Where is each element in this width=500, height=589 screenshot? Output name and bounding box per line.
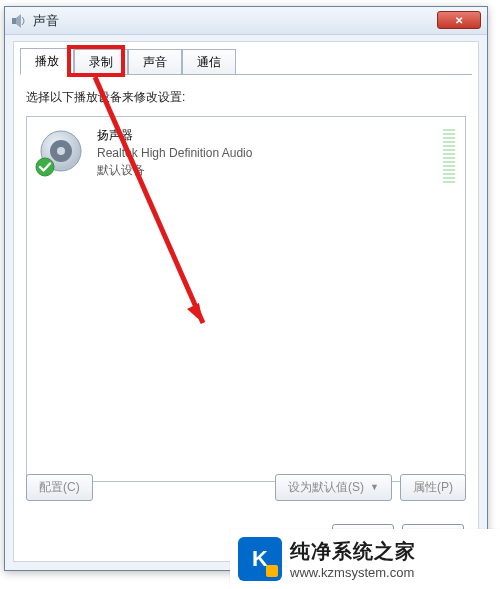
tab-recording[interactable]: 录制	[74, 49, 128, 75]
device-status: 默认设备	[97, 162, 252, 179]
client-area: 播放 录制 声音 通信 选择以下播放设备来修改设置:	[13, 41, 479, 562]
watermark-logo-letter: K	[252, 546, 268, 572]
tab-label: 录制	[89, 55, 113, 69]
svg-marker-1	[16, 14, 21, 28]
set-default-button[interactable]: 设为默认值(S) ▼	[275, 474, 392, 501]
tab-strip: 播放 录制 声音 通信	[20, 48, 478, 74]
watermark-title: 纯净系统之家	[290, 538, 416, 565]
device-driver: Realtek High Definition Audio	[97, 146, 252, 160]
close-button[interactable]: ✕	[437, 11, 481, 29]
tab-panel-playback: 选择以下播放设备来修改设置:	[20, 74, 472, 511]
window-title: 声音	[33, 12, 59, 30]
sound-app-icon	[11, 13, 27, 29]
properties-button[interactable]: 属性(P)	[400, 474, 466, 501]
watermark-url: www.kzmsystem.com	[290, 565, 416, 580]
default-check-icon	[35, 157, 55, 177]
panel-button-row: 配置(C) 设为默认值(S) ▼ 属性(P)	[26, 474, 466, 501]
level-meter	[443, 127, 455, 183]
tab-label: 声音	[143, 55, 167, 69]
watermark: K 纯净系统之家 www.kzmsystem.com	[230, 529, 500, 589]
device-item-speakers[interactable]: 扬声器 Realtek High Definition Audio 默认设备	[27, 117, 465, 193]
device-name: 扬声器	[97, 127, 252, 144]
chevron-down-icon: ▼	[370, 483, 379, 492]
watermark-logo-icon: K	[238, 537, 282, 581]
instruction-text: 选择以下播放设备来修改设置:	[26, 89, 466, 106]
button-label: 属性(P)	[413, 479, 453, 496]
tab-label: 通信	[197, 55, 221, 69]
sound-dialog: 声音 ✕ 播放 录制 声音 通信 选择以下播放设备来修改设置:	[4, 6, 488, 571]
close-icon: ✕	[455, 15, 463, 26]
tab-communications[interactable]: 通信	[182, 49, 236, 75]
svg-rect-0	[12, 18, 16, 24]
device-list[interactable]: 扬声器 Realtek High Definition Audio 默认设备	[26, 116, 466, 482]
device-icon	[37, 127, 85, 175]
spacer	[101, 474, 267, 501]
button-label: 配置(C)	[39, 479, 80, 496]
tab-sounds[interactable]: 声音	[128, 49, 182, 75]
device-text: 扬声器 Realtek High Definition Audio 默认设备	[97, 127, 252, 179]
titlebar: 声音 ✕	[5, 7, 487, 35]
svg-point-5	[36, 158, 54, 176]
svg-point-4	[57, 147, 65, 155]
tab-playback[interactable]: 播放	[20, 48, 74, 75]
watermark-text: 纯净系统之家 www.kzmsystem.com	[290, 538, 416, 580]
button-label: 设为默认值(S)	[288, 479, 364, 496]
tab-label: 播放	[35, 54, 59, 68]
configure-button[interactable]: 配置(C)	[26, 474, 93, 501]
